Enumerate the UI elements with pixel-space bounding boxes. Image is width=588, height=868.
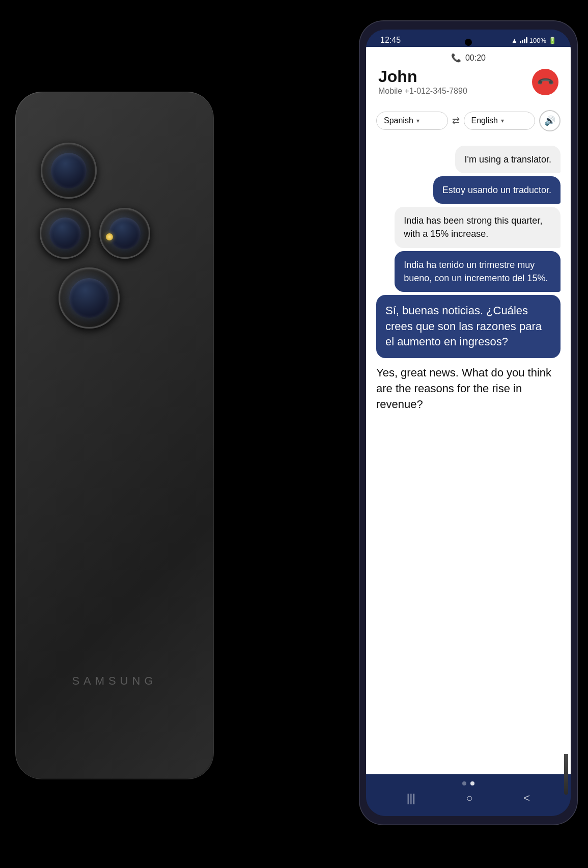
status-icons: ▲ 100% 🔋 [511, 37, 556, 44]
camera-lens-1 [41, 143, 97, 199]
camera-lens-3 [99, 208, 150, 259]
s-pen [564, 754, 568, 795]
battery-icon: 🔋 [548, 37, 556, 44]
call-icon: 📞 [451, 53, 461, 63]
call-timer: 📞 00:20 [378, 53, 558, 63]
phone-front: 12:45 ▲ 100% 🔋 📞 00:20 Joh [359, 20, 578, 825]
battery-label: 100% [529, 37, 546, 44]
caller-number: Mobile +1-012-345-7890 [378, 87, 467, 96]
brand-text: SAMSUNG [72, 674, 157, 688]
dot-1 [462, 781, 466, 785]
message-4: India ha tenido un trimestre muy bueno, … [395, 251, 561, 292]
camera-module [31, 132, 132, 326]
navigation-bar: ||| ○ < [366, 792, 571, 805]
page-indicator [462, 781, 474, 785]
source-language-chevron: ▾ [416, 117, 419, 124]
message-6: Yes, great news. What do you think are t… [376, 361, 561, 416]
dot-2 [470, 781, 474, 785]
message-3: India has been strong this quarter, with… [395, 207, 561, 248]
front-camera [465, 39, 472, 46]
message-5: Sí, buenas noticias. ¿Cuáles crees que s… [376, 295, 561, 358]
target-language-select[interactable]: English ▾ [464, 112, 536, 130]
recent-apps-button[interactable]: ||| [407, 792, 415, 805]
wifi-icon: ▲ [511, 37, 518, 44]
phone-screen: 12:45 ▲ 100% 🔋 📞 00:20 Joh [366, 30, 571, 816]
language-selector-row: Spanish ▾ ⇄ English ▾ 🔊 [366, 104, 571, 138]
call-info: 📞 00:20 John Mobile +1-012-345-7890 📞 [366, 47, 571, 104]
speaker-button[interactable]: 🔊 [539, 110, 561, 131]
chat-area: I'm using a translator. Estoy usando un … [366, 138, 571, 774]
signal-icon [520, 37, 527, 43]
call-duration: 00:20 [465, 53, 486, 63]
swap-languages-icon[interactable]: ⇄ [452, 115, 460, 126]
message-2: Estoy usando un traductor. [433, 176, 561, 204]
camera-lens-2 [40, 208, 91, 259]
phone-bottom-nav: ||| ○ < [366, 774, 571, 816]
source-language-label: Spanish [384, 116, 413, 125]
speaker-icon: 🔊 [544, 115, 555, 126]
camera-flash [106, 233, 113, 240]
source-language-select[interactable]: Spanish ▾ [376, 112, 448, 130]
home-button[interactable]: ○ [466, 792, 473, 805]
back-button[interactable]: < [523, 792, 530, 805]
target-language-chevron: ▾ [501, 117, 504, 124]
message-1: I'm using a translator. [455, 146, 561, 173]
phone-back: SAMSUNG [15, 92, 214, 779]
camera-lens-4 [59, 267, 120, 329]
caller-info: John Mobile +1-012-345-7890 [378, 68, 467, 96]
end-call-icon: 📞 [536, 72, 554, 91]
target-language-label: English [471, 116, 498, 125]
caller-row: John Mobile +1-012-345-7890 📞 [378, 68, 558, 96]
end-call-button[interactable]: 📞 [532, 69, 558, 95]
status-time: 12:45 [380, 36, 401, 45]
caller-name: John [378, 68, 467, 86]
